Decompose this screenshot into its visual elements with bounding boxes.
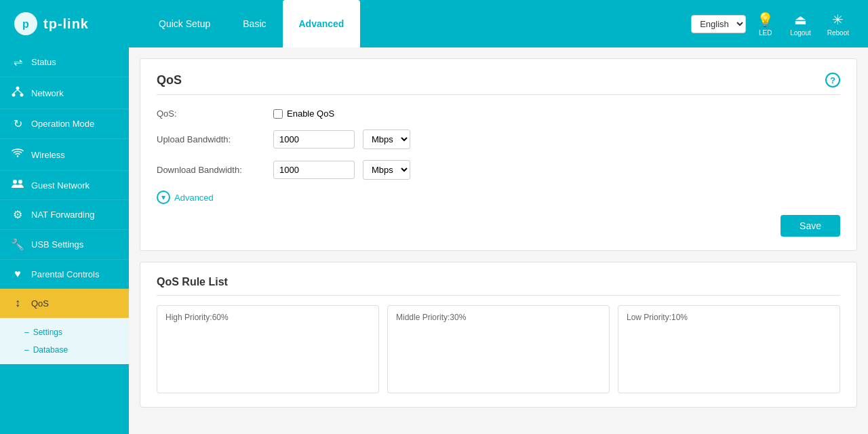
high-priority-label: High Priority:60%: [165, 313, 370, 322]
nav-quick-setup[interactable]: Quick Setup: [142, 0, 226, 47]
middle-priority-label: Middle Priority:30%: [396, 313, 601, 322]
wireless-icon: [11, 147, 24, 162]
enable-qos-checkbox[interactable]: [273, 109, 283, 119]
advanced-toggle-icon: ▾: [157, 191, 170, 204]
sidebar-item-network[interactable]: Network: [0, 77, 129, 109]
help-icon[interactable]: ?: [825, 73, 840, 87]
sidebar-item-qos[interactable]: ↕ QoS: [0, 289, 129, 318]
logo-area: p tp-link: [14, 12, 142, 36]
sidebar-item-nat-forwarding[interactable]: ⚙ NAT Forwarding: [0, 200, 129, 230]
app-header: p tp-link Quick Setup Basic Advanced Eng…: [0, 0, 868, 47]
enable-qos-label[interactable]: Enable QoS: [287, 108, 334, 119]
network-icon: [11, 85, 24, 100]
priority-boxes: High Priority:60% Middle Priority:30% Lo…: [157, 305, 840, 393]
advanced-toggle[interactable]: ▾ Advanced: [157, 191, 840, 204]
usb-settings-icon: 🔧: [11, 238, 24, 251]
sidebar-sub-menu: – Settings – Database: [0, 318, 129, 364]
sidebar-sub-settings[interactable]: – Settings: [14, 323, 129, 341]
sidebar-item-status[interactable]: ⇌ Status: [0, 47, 129, 77]
svg-line-5: [14, 90, 18, 94]
svg-point-8: [13, 180, 17, 184]
logo-text: tp-link: [43, 16, 89, 32]
logout-icon: ⏏: [794, 12, 807, 28]
status-icon: ⇌: [11, 56, 24, 68]
low-priority-box: Low Priority:10%: [618, 305, 840, 393]
svg-text:p: p: [22, 18, 29, 30]
upload-bandwidth-input[interactable]: [273, 130, 355, 149]
qos-title: QoS: [157, 73, 182, 87]
tp-link-logo-icon: p: [14, 12, 38, 36]
operation-mode-icon: ↻: [11, 117, 24, 130]
main-nav: Quick Setup Basic Advanced: [142, 0, 691, 47]
parental-controls-icon: ♥: [11, 268, 24, 280]
qos-icon: ↕: [11, 297, 24, 309]
sidebar-item-guest-network[interactable]: Guest Network: [0, 171, 129, 200]
rule-list-title: QoS Rule List: [157, 276, 840, 296]
high-priority-box: High Priority:60%: [157, 305, 379, 393]
header-right: English 💡 LED ⏏ Logout ✳ Reboot: [691, 9, 854, 39]
qos-checkbox-container: Enable QoS: [273, 108, 334, 119]
svg-line-6: [18, 90, 22, 94]
qos-settings-card: QoS ? QoS: Enable QoS Upload Bandwidth: …: [140, 58, 857, 251]
download-label: Download Bandwidth:: [157, 165, 265, 175]
middle-priority-box: Middle Priority:30%: [387, 305, 610, 393]
reboot-button[interactable]: ✳ Reboot: [822, 9, 854, 39]
language-select[interactable]: English: [691, 15, 746, 33]
qos-rule-list-card: QoS Rule List High Priority:60% Middle P…: [140, 262, 857, 408]
download-bandwidth-row: Download Bandwidth: Mbps Kbps: [157, 160, 840, 180]
sidebar-sub-database[interactable]: – Database: [14, 341, 129, 359]
nav-basic[interactable]: Basic: [226, 0, 282, 47]
main-content: QoS ? QoS: Enable QoS Upload Bandwidth: …: [129, 47, 868, 434]
upload-label: Upload Bandwidth:: [157, 134, 265, 144]
save-button[interactable]: Save: [781, 215, 840, 237]
reboot-icon: ✳: [832, 12, 844, 28]
sidebar-item-usb-settings[interactable]: 🔧 USB Settings: [0, 230, 129, 260]
sub-dash-1: –: [24, 328, 29, 337]
svg-point-4: [20, 94, 24, 97]
svg-point-2: [16, 87, 20, 90]
upload-bandwidth-row: Upload Bandwidth: Mbps Kbps: [157, 130, 840, 149]
nav-advanced[interactable]: Advanced: [283, 0, 361, 47]
svg-point-7: [17, 155, 18, 157]
low-priority-label: Low Priority:10%: [627, 313, 831, 322]
sidebar-item-parental-controls[interactable]: ♥ Parental Controls: [0, 260, 129, 289]
sidebar-item-operation-mode[interactable]: ↻ Operation Mode: [0, 109, 129, 139]
advanced-toggle-label: Advanced: [174, 193, 214, 203]
guest-network-icon: [11, 179, 24, 191]
save-row: Save: [157, 215, 840, 237]
led-icon: 💡: [757, 12, 774, 28]
led-button[interactable]: 💡 LED: [751, 9, 779, 39]
download-bandwidth-input[interactable]: [273, 161, 355, 179]
nat-forwarding-icon: ⚙: [11, 208, 24, 221]
logout-button[interactable]: ⏏ Logout: [785, 9, 816, 39]
sidebar-item-wireless[interactable]: Wireless: [0, 139, 129, 171]
sidebar: ⇌ Status Network ↻ Operation Mode Wirele…: [0, 47, 129, 434]
qos-label: QoS:: [157, 108, 265, 119]
qos-card-header: QoS ?: [157, 73, 840, 95]
app-body: ⇌ Status Network ↻ Operation Mode Wirele…: [0, 47, 868, 434]
sub-dash-2: –: [24, 345, 29, 355]
qos-enable-row: QoS: Enable QoS: [157, 108, 840, 119]
svg-point-3: [12, 94, 16, 97]
download-unit-select[interactable]: Mbps Kbps: [363, 160, 410, 180]
svg-point-9: [18, 180, 22, 184]
upload-unit-select[interactable]: Mbps Kbps: [363, 130, 410, 149]
